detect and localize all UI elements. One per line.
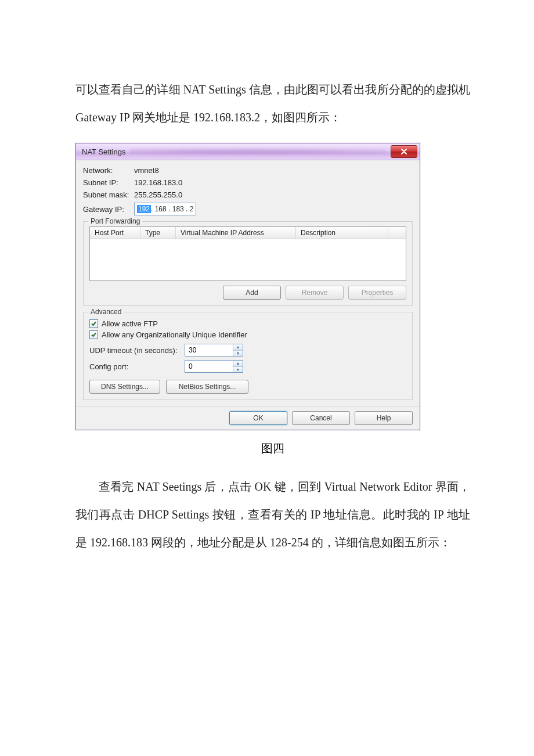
close-icon xyxy=(400,149,407,154)
gateway-ip-input[interactable]: 192 . 168 . 183 . 2 xyxy=(134,203,196,215)
netbios-settings-button[interactable]: NetBios Settings... xyxy=(166,380,248,394)
subnet-mask-label: Subnet mask: xyxy=(83,190,134,199)
allow-oui-checkbox[interactable] xyxy=(89,330,98,339)
dialog-footer: OK Cancel Help xyxy=(76,406,420,430)
config-port-input[interactable]: ▲ ▼ xyxy=(185,360,243,373)
advanced-group: Advanced Allow active FTP Allow any Orga… xyxy=(83,312,413,400)
check-icon xyxy=(91,332,97,338)
network-label: Network: xyxy=(83,166,134,175)
remove-button[interactable]: Remove xyxy=(286,286,344,300)
add-button[interactable]: Add xyxy=(223,286,281,300)
allow-active-ftp-checkbox[interactable] xyxy=(89,319,98,328)
col-type[interactable]: Type xyxy=(140,227,176,239)
col-description[interactable]: Description xyxy=(296,227,388,239)
port-forwarding-legend: Port Forwarding xyxy=(88,217,142,225)
help-button[interactable]: Help xyxy=(355,411,413,425)
titlebar-decoration xyxy=(130,146,386,157)
gateway-rest: . 168 . 183 . 2 xyxy=(151,205,193,213)
spin-up-icon[interactable]: ▲ xyxy=(233,344,243,350)
col-vm-ip[interactable]: Virtual Machine IP Address xyxy=(176,227,296,239)
subnet-ip-value: 192.168.183.0 xyxy=(134,178,182,187)
subnet-mask-value: 255.255.255.0 xyxy=(134,190,182,199)
spin-down-icon[interactable]: ▼ xyxy=(233,366,243,373)
gateway-oct1-selected: 192 xyxy=(137,205,151,213)
allow-active-ftp-label: Allow active FTP xyxy=(102,319,158,328)
udp-timeout-field[interactable] xyxy=(185,344,233,356)
spin-up-icon[interactable]: ▲ xyxy=(233,361,243,366)
nat-settings-dialog: NAT Settings Network: vmnet8 Subnet IP: … xyxy=(75,143,420,430)
table-header: Host Port Type Virtual Machine IP Addres… xyxy=(90,227,406,239)
subnet-ip-label: Subnet IP: xyxy=(83,178,134,187)
check-icon xyxy=(91,321,97,327)
dns-settings-button[interactable]: DNS Settings... xyxy=(89,380,160,394)
udp-timeout-label: UDP timeout (in seconds): xyxy=(89,346,185,355)
udp-timeout-input[interactable]: ▲ ▼ xyxy=(185,344,243,357)
gateway-ip-label: Gateway IP: xyxy=(83,205,134,214)
col-host-port[interactable]: Host Port xyxy=(90,227,140,239)
titlebar: NAT Settings xyxy=(76,143,420,160)
allow-oui-label: Allow any Organizationally Unique Identi… xyxy=(102,330,247,339)
properties-button[interactable]: Properties xyxy=(348,286,406,300)
paragraph-1: 可以查看自己的详细 NAT Settings 信息，由此图可以看出我所分配的的虚… xyxy=(75,75,470,131)
port-forwarding-group: Port Forwarding Host Port Type Virtual M… xyxy=(83,221,413,306)
advanced-legend: Advanced xyxy=(88,308,124,316)
dialog-title: NAT Settings xyxy=(82,147,125,156)
ok-button[interactable]: OK xyxy=(229,411,287,425)
spin-down-icon[interactable]: ▼ xyxy=(233,350,243,357)
config-port-field[interactable] xyxy=(185,361,233,372)
cancel-button[interactable]: Cancel xyxy=(292,411,350,425)
figure-caption-4: 图四 xyxy=(75,441,470,456)
network-value: vmnet8 xyxy=(134,166,159,175)
close-button[interactable] xyxy=(391,145,417,158)
col-spacer xyxy=(388,227,406,239)
paragraph-2: 查看完 NAT Seetings 后，点击 OK 键，回到 Virtual Ne… xyxy=(75,473,470,556)
port-forwarding-table[interactable]: Host Port Type Virtual Machine IP Addres… xyxy=(89,226,406,281)
config-port-label: Config port: xyxy=(89,362,185,371)
